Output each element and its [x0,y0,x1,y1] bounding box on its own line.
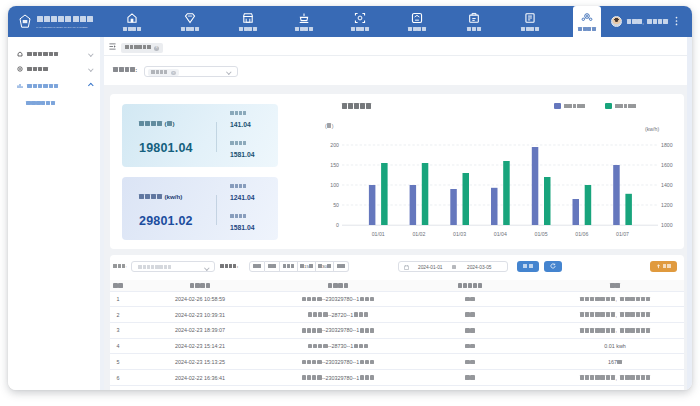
svg-text:50: 50 [333,201,339,207]
svg-text:01/03: 01/03 [453,231,466,237]
svg-text:0: 0 [336,221,339,227]
svg-text:01/07: 01/07 [616,231,629,237]
svg-text:(kw/h): (kw/h) [645,125,659,131]
svg-text:01/04: 01/04 [494,231,507,237]
svg-text:01/02: 01/02 [412,231,425,237]
svg-text:200: 200 [330,141,339,147]
svg-text:100: 100 [330,181,339,187]
svg-text:1200: 1200 [661,201,673,207]
svg-text:01/05: 01/05 [535,231,548,237]
svg-text:1600: 1600 [661,161,673,167]
svg-text:01/01: 01/01 [372,231,385,237]
svg-text:1800: 1800 [661,141,673,147]
svg-text:01/06: 01/06 [575,231,588,237]
svg-text:150: 150 [330,161,339,167]
svg-text:1400: 1400 [661,181,673,187]
svg-text:1000: 1000 [661,221,673,227]
